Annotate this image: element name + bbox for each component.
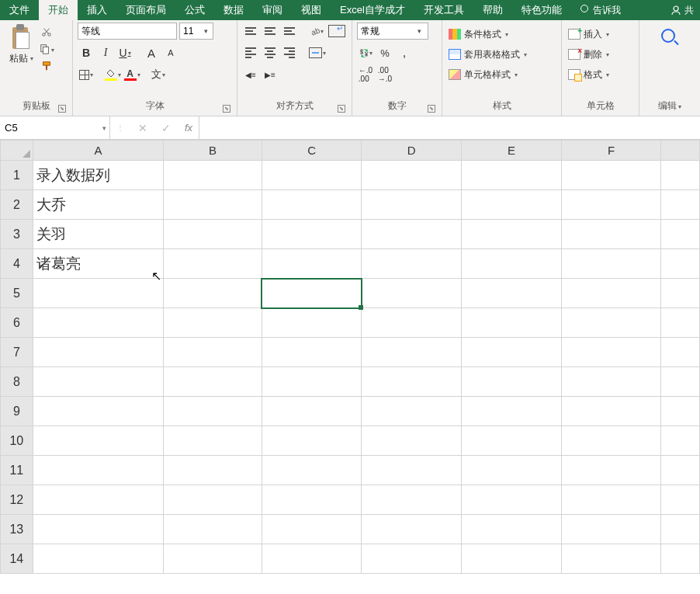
border-button[interactable]: ▾ <box>78 66 95 83</box>
cell-C10[interactable] <box>262 426 362 456</box>
cell-A3[interactable]: 关羽 <box>33 220 163 249</box>
cell-A2[interactable]: 大乔 <box>33 190 163 220</box>
cell-A11[interactable] <box>33 456 163 485</box>
cell-E14[interactable] <box>462 544 562 574</box>
wrap-text-button[interactable] <box>328 23 345 40</box>
italic-button[interactable]: I <box>97 44 114 61</box>
cell-C1[interactable] <box>262 161 362 190</box>
dialog-launcher-icon[interactable]: ⬊ <box>428 105 435 113</box>
cell-D9[interactable] <box>362 397 462 426</box>
cell-extra-4[interactable] <box>661 249 700 279</box>
chevron-down-icon[interactable]: ▾ <box>99 124 109 132</box>
name-box-input[interactable] <box>0 122 99 134</box>
col-header-A[interactable]: A <box>33 141 163 161</box>
cell-F5[interactable] <box>561 279 661 308</box>
row-header-6[interactable]: 6 <box>1 308 33 338</box>
cell-extra-12[interactable] <box>661 485 700 515</box>
cell-D12[interactable] <box>362 485 462 515</box>
cell-C13[interactable] <box>262 515 362 544</box>
cell-A13[interactable] <box>33 515 163 544</box>
align-bottom-button[interactable] <box>281 23 298 40</box>
font-size-input[interactable] <box>180 26 200 36</box>
cell-D2[interactable] <box>362 190 462 220</box>
row-header-7[interactable]: 7 <box>1 338 33 367</box>
col-header-E[interactable]: E <box>462 141 562 161</box>
cell-extra-3[interactable] <box>661 220 700 249</box>
select-all-corner[interactable] <box>1 141 33 161</box>
cell-E9[interactable] <box>462 397 562 426</box>
cell-F10[interactable] <box>561 426 661 456</box>
find-button[interactable] <box>661 29 678 46</box>
cut-button[interactable] <box>39 26 54 40</box>
cell-extra-14[interactable] <box>661 544 700 574</box>
dialog-launcher-icon[interactable]: ⬊ <box>58 105 66 113</box>
cell-A8[interactable] <box>33 367 163 397</box>
dialog-launcher-icon[interactable]: ⬊ <box>338 105 345 113</box>
cell-B10[interactable] <box>164 426 262 456</box>
cell-B11[interactable] <box>164 456 262 485</box>
cell-D10[interactable] <box>362 426 462 456</box>
cell-B12[interactable] <box>164 485 262 515</box>
cell-A7[interactable] <box>33 338 163 367</box>
cell-F14[interactable] <box>561 544 661 574</box>
cell-E7[interactable] <box>462 338 562 367</box>
align-right-button[interactable] <box>281 44 298 61</box>
tab-custom-excel[interactable]: Excel自学成才 <box>331 0 414 20</box>
cell-F8[interactable] <box>561 367 661 397</box>
fx-button[interactable]: fx <box>185 122 192 134</box>
cell-extra-8[interactable] <box>661 367 700 397</box>
cell-D14[interactable] <box>362 544 462 574</box>
row-header-11[interactable]: 11 <box>1 456 33 485</box>
cell-F6[interactable] <box>561 308 661 338</box>
col-header-F[interactable]: F <box>561 141 661 161</box>
decrease-font-button[interactable]: A <box>162 44 179 61</box>
row-header-4[interactable]: 4 <box>1 249 33 279</box>
cell-D8[interactable] <box>362 367 462 397</box>
chevron-down-icon[interactable]: ▾ <box>414 27 425 35</box>
format-button[interactable]: 格式▾ <box>567 66 611 83</box>
decrease-indent-button[interactable]: ◀≡ <box>242 66 259 83</box>
cell-C11[interactable] <box>262 456 362 485</box>
align-top-button[interactable] <box>242 23 259 40</box>
cell-extra-10[interactable] <box>661 426 700 456</box>
cell-E13[interactable] <box>462 515 562 544</box>
cell-B7[interactable] <box>164 338 262 367</box>
spreadsheet-grid[interactable]: ABCDEF1录入数据列2大乔3关羽4诸葛亮567891011121314 ↖ <box>0 140 700 594</box>
cell-extra-9[interactable] <box>661 397 700 426</box>
font-size-combo[interactable]: ▾ <box>179 23 213 40</box>
cell-C8[interactable] <box>262 367 362 397</box>
cell-B4[interactable] <box>164 249 262 279</box>
row-header-3[interactable]: 3 <box>1 220 33 249</box>
col-header-D[interactable]: D <box>362 141 462 161</box>
cell-E11[interactable] <box>462 456 562 485</box>
cell-E8[interactable] <box>462 367 562 397</box>
tab-formulas[interactable]: 公式 <box>175 0 214 20</box>
formula-input[interactable] <box>199 116 700 139</box>
cell-C14[interactable] <box>262 544 362 574</box>
cancel-button[interactable]: ✕ <box>138 122 147 134</box>
tab-developer[interactable]: 开发工具 <box>414 0 473 20</box>
copy-button[interactable]: ▾ <box>39 43 54 57</box>
cell-F7[interactable] <box>561 338 661 367</box>
increase-font-button[interactable]: A <box>143 44 160 61</box>
row-header-2[interactable]: 2 <box>1 190 33 220</box>
row-header-5[interactable]: 5 <box>1 279 33 308</box>
col-header-B[interactable]: B <box>164 141 262 161</box>
share-button[interactable]: 共 <box>664 0 700 20</box>
cell-D11[interactable] <box>362 456 462 485</box>
chevron-down-icon[interactable]: ▾ <box>200 27 211 35</box>
cell-F12[interactable] <box>561 485 661 515</box>
cell-F9[interactable] <box>561 397 661 426</box>
cell-B6[interactable] <box>164 308 262 338</box>
cell-E4[interactable] <box>462 249 562 279</box>
row-header-13[interactable]: 13 <box>1 515 33 544</box>
cell-B5[interactable] <box>164 279 262 308</box>
fill-color-button[interactable]: ▾ <box>104 66 121 83</box>
cell-F11[interactable] <box>561 456 661 485</box>
decrease-decimal-button[interactable]: .00→.0 <box>376 66 393 83</box>
row-header-14[interactable]: 14 <box>1 544 33 574</box>
cell-C3[interactable] <box>262 220 362 249</box>
tab-help[interactable]: 帮助 <box>473 0 512 20</box>
cell-extra-11[interactable] <box>661 456 700 485</box>
cell-A1[interactable]: 录入数据列 <box>33 161 163 190</box>
